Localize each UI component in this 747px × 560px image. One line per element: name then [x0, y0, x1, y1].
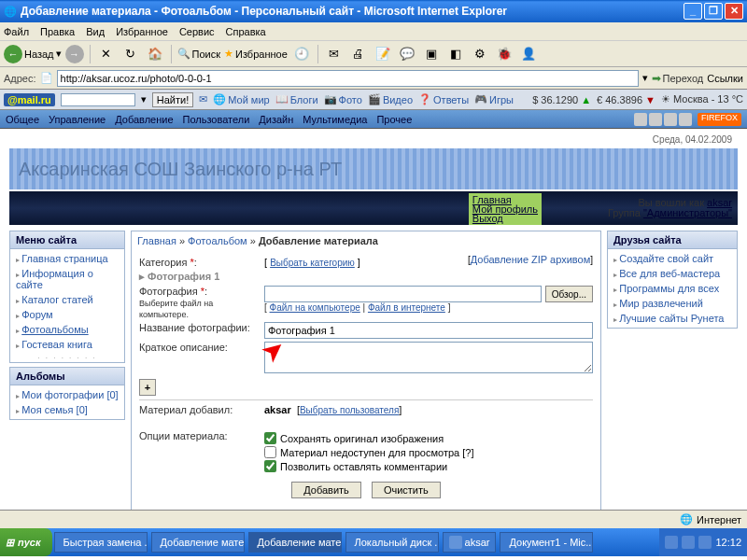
opt-unavailable[interactable]: Материал недоступен для просмотра [?]: [264, 446, 593, 458]
toggle-2[interactable]: [649, 113, 662, 126]
admin-general[interactable]: Общее: [6, 114, 39, 125]
ext4-icon[interactable]: 🐞: [494, 44, 514, 64]
sidebar-item[interactable]: Каталог статей: [10, 292, 124, 307]
tray-icon[interactable]: [665, 536, 678, 549]
search-button[interactable]: 🔍Поиск: [177, 48, 220, 60]
file-computer-link[interactable]: Файл на компьютере: [270, 302, 360, 313]
desc-textarea[interactable]: [264, 342, 593, 373]
sidebar-item-active[interactable]: Фотоальбомы: [10, 322, 124, 337]
task-item[interactable]: Быстрая замена ...: [54, 532, 148, 553]
stop-button[interactable]: ✕: [96, 44, 117, 64]
maximize-button[interactable]: ❐: [704, 3, 723, 20]
address-input[interactable]: [57, 70, 639, 87]
menu-view[interactable]: Вид: [86, 26, 105, 37]
mailru-blogs[interactable]: 📖Блоги: [275, 93, 318, 105]
ext2-icon[interactable]: ◧: [445, 44, 466, 64]
mailru-answers[interactable]: ❓Ответы: [418, 93, 469, 105]
file-input[interactable]: [264, 286, 542, 302]
admin-multimedia[interactable]: Мультимедиа: [303, 114, 367, 125]
print-button[interactable]: 🖨: [348, 44, 369, 64]
mailru-search-input[interactable]: [61, 93, 135, 106]
mail-button[interactable]: ✉: [324, 44, 345, 64]
bc-album[interactable]: Фотоальбом: [188, 235, 247, 246]
ext5-icon[interactable]: 👤: [518, 44, 539, 64]
admin-manage[interactable]: Управление: [49, 114, 106, 125]
firefox-badge[interactable]: FIREFOX: [698, 113, 741, 126]
choose-user-link[interactable]: Выбрать пользователя: [300, 405, 399, 415]
mailru-logo[interactable]: @mail.ru: [4, 93, 55, 106]
close-button[interactable]: ✕: [725, 3, 743, 20]
mailru-myworld[interactable]: 🌐Мой мир: [213, 93, 269, 105]
photo-name-input[interactable]: [264, 322, 593, 339]
block-friends: Друзья сайта Создайте свой сайт Все для …: [607, 231, 738, 329]
minimize-button[interactable]: _: [684, 3, 702, 20]
add-more-button[interactable]: +: [139, 379, 156, 396]
opt-comments[interactable]: Позволить оставлять комментарии: [264, 460, 593, 472]
friend-item[interactable]: Все для веб-мастера: [608, 266, 737, 281]
sidebar-item[interactable]: Информация о сайте: [10, 266, 124, 292]
favorites-button[interactable]: ★Избранное: [224, 48, 288, 60]
menu-edit[interactable]: Правка: [40, 26, 75, 37]
history-button[interactable]: 🕘: [291, 44, 312, 64]
bc-home[interactable]: Главная: [137, 235, 176, 246]
mailru-find-button[interactable]: Найти!: [152, 92, 193, 107]
discuss-button[interactable]: 💬: [397, 44, 417, 64]
admin-users[interactable]: Пользователи: [183, 114, 250, 125]
friend-item[interactable]: Мир развлечений: [608, 296, 737, 311]
toggle-4[interactable]: [679, 113, 692, 126]
album-item[interactable]: Моя семья [0]: [10, 402, 124, 417]
browse-button[interactable]: Обзор...: [545, 286, 593, 302]
added-label: Материал добавил:: [139, 404, 264, 415]
submit-button[interactable]: Добавить: [291, 482, 361, 498]
tray-icon[interactable]: [698, 536, 712, 549]
friend-item[interactable]: Создайте свой сайт: [608, 251, 737, 266]
admin-other[interactable]: Прочее: [376, 114, 412, 125]
admin-design[interactable]: Дизайн: [259, 114, 293, 125]
toggle-1[interactable]: [634, 113, 647, 126]
mailru-photo[interactable]: 📷Фото: [324, 93, 362, 105]
menu-tools[interactable]: Сервис: [179, 26, 215, 37]
forward-button[interactable]: →: [65, 45, 84, 63]
home-button[interactable]: 🏠: [145, 44, 165, 64]
globe-icon: 🌐: [213, 93, 226, 105]
reset-button[interactable]: Очистить: [372, 482, 441, 498]
address-dropdown-icon[interactable]: ▾: [642, 72, 648, 84]
menu-file[interactable]: Файл: [4, 26, 29, 37]
task-item-active[interactable]: Добавление мате...: [248, 532, 342, 553]
sidebar-item[interactable]: Главная страница: [10, 251, 124, 266]
menu-help[interactable]: Справка: [226, 26, 266, 37]
login-info: Вы вошли как aksar Группа "Администратор…: [608, 198, 738, 218]
mailru-games[interactable]: 🎮Игры: [474, 93, 514, 105]
ext3-icon[interactable]: ⚙: [470, 44, 490, 64]
menu-favorites[interactable]: Избранное: [116, 26, 168, 37]
links-label[interactable]: Ссылки: [707, 73, 743, 84]
sidebar-item[interactable]: Гостевая книга: [10, 337, 124, 352]
task-item[interactable]: Документ1 - Mic...: [500, 532, 593, 553]
address-label: Адрес:: [4, 73, 36, 84]
mailru-search-dropdown-icon[interactable]: ▾: [141, 93, 147, 105]
edit-button[interactable]: 📝: [373, 44, 393, 64]
greenlink-logout[interactable]: Выход: [472, 214, 538, 223]
opt-save-original[interactable]: Сохранять оригинал изображения: [264, 432, 593, 444]
refresh-button[interactable]: ↻: [120, 44, 141, 64]
friend-item[interactable]: Лучшие сайты Рунета: [608, 311, 737, 326]
mailru-mail-icon[interactable]: ✉: [199, 93, 207, 105]
clock: 12:12: [715, 537, 741, 548]
ext1-icon[interactable]: ▣: [421, 44, 442, 64]
file-internet-link[interactable]: Файл в интернете: [368, 302, 445, 313]
start-button[interactable]: ⊞пуск: [0, 528, 52, 556]
go-button[interactable]: ➡Переход: [652, 72, 704, 85]
sidebar-item[interactable]: Форум: [10, 307, 124, 322]
task-item[interactable]: Добавление мате...: [151, 532, 245, 553]
mailru-video[interactable]: 🎬Видео: [368, 93, 413, 105]
category-link[interactable]: Выбрать категорию: [270, 258, 355, 268]
album-item[interactable]: Мои фотографии [0]: [10, 387, 124, 402]
back-button[interactable]: ← Назад ▾: [4, 45, 62, 63]
admin-add[interactable]: Добавление: [115, 114, 173, 125]
task-item[interactable]: Локальный диск ...: [345, 532, 439, 553]
login-group-link[interactable]: "Администраторы": [643, 207, 732, 218]
task-item[interactable]: aksar: [443, 532, 497, 553]
friend-item[interactable]: Программы для всех: [608, 281, 737, 296]
tray-icon[interactable]: [682, 536, 695, 549]
toggle-3[interactable]: [664, 113, 677, 126]
